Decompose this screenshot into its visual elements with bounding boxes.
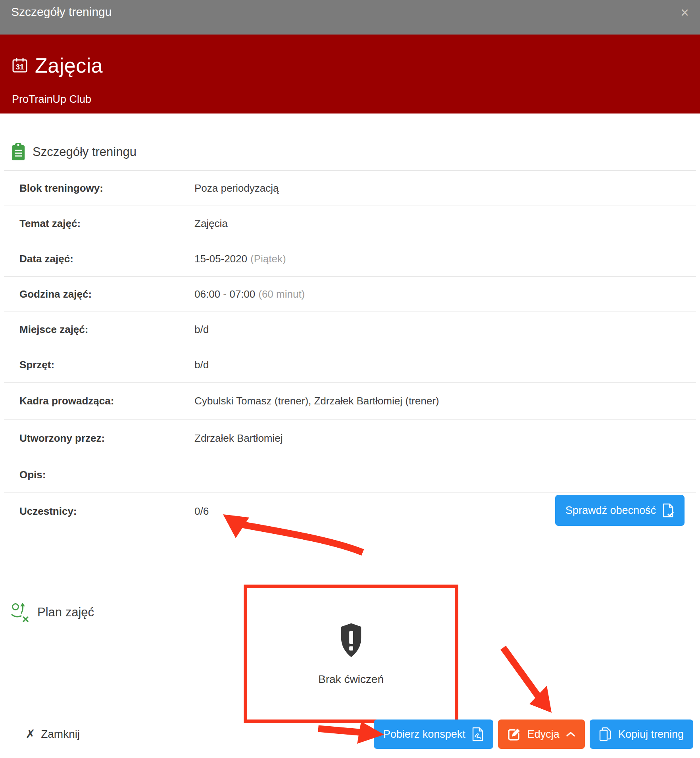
table-row: Miejsce zajęć: b/d bbox=[4, 312, 696, 347]
participants-count: 0/6 bbox=[194, 505, 209, 518]
club-name: ProTrainUp Club bbox=[12, 93, 91, 106]
pdf-file-icon bbox=[472, 727, 484, 741]
close-modal-button[interactable]: ✗ Zamknij bbox=[25, 728, 80, 741]
modal-title: Szczegóły treningu bbox=[11, 5, 112, 19]
table-row: Temat zajęć: Zajęcia bbox=[4, 206, 696, 241]
row-value-muted: (Piątek) bbox=[250, 253, 286, 265]
row-label: Kadra prowadząca: bbox=[19, 395, 194, 407]
row-value: Zajęcia bbox=[194, 217, 228, 230]
row-value: Zdrzałek Bartłomiej bbox=[194, 432, 283, 444]
row-value-muted: (60 minut) bbox=[258, 288, 305, 300]
calendar-day-number: 31 bbox=[15, 63, 24, 71]
row-label: Opis: bbox=[19, 469, 194, 481]
download-outline-button[interactable]: Pobierz konspekt bbox=[374, 720, 493, 749]
details-heading: Szczegóły treningu bbox=[11, 114, 696, 161]
table-row: Sprzęt: b/d bbox=[4, 347, 696, 382]
row-label: Data zajęć: bbox=[19, 253, 194, 265]
close-x-icon: ✗ bbox=[25, 728, 35, 740]
copy-label: Kopiuj trening bbox=[618, 728, 684, 741]
training-banner: 31 Zajęcia ProTrainUp Club bbox=[0, 35, 700, 114]
details-table: Blok treningowy: Poza periodyzacją Temat… bbox=[4, 170, 696, 600]
clipboard-icon bbox=[11, 143, 25, 161]
check-attendance-button[interactable]: Sprawdź obecność bbox=[555, 495, 685, 526]
training-details-modal: Szczegóły treningu × 31 Zajęcia ProTrain… bbox=[0, 0, 700, 623]
row-value: 06:00 - 07:00 bbox=[194, 288, 255, 300]
row-label: Godzina zajęć: bbox=[19, 288, 194, 300]
download-label: Pobierz konspekt bbox=[383, 728, 465, 741]
participants-label: Uczestnicy: bbox=[19, 505, 194, 518]
details-heading-label: Szczegóły treningu bbox=[33, 143, 137, 161]
row-label: Sprzęt: bbox=[19, 359, 194, 371]
tactics-icon bbox=[11, 602, 30, 623]
edit-button[interactable]: Edycja bbox=[498, 720, 585, 749]
table-row: Godzina zajęć: 06:00 - 07:00 (60 minut) bbox=[4, 276, 696, 312]
row-value: b/d bbox=[194, 359, 209, 371]
copy-icon bbox=[599, 727, 612, 741]
training-title: Zajęcia bbox=[35, 54, 103, 77]
table-row: Blok treningowy: Poza periodyzacją bbox=[4, 170, 696, 206]
calendar-icon: 31 bbox=[12, 58, 28, 73]
check-attendance-label: Sprawdź obecność bbox=[565, 504, 656, 517]
row-label: Utworzony przez: bbox=[19, 432, 194, 444]
table-row: Opis: bbox=[4, 457, 696, 492]
row-label: Temat zajęć: bbox=[19, 217, 194, 230]
close-icon[interactable]: × bbox=[681, 6, 689, 20]
table-row: Kadra prowadząca: Cybulski Tomasz (trene… bbox=[4, 382, 696, 419]
shield-exclamation-icon bbox=[339, 622, 363, 659]
modal-body: Szczegóły treningu Blok treningowy: Poza… bbox=[0, 114, 700, 623]
row-value: Cybulski Tomasz (trener), Zdrzałek Bartł… bbox=[194, 395, 439, 407]
edit-label: Edycja bbox=[527, 728, 560, 741]
close-label: Zamknij bbox=[41, 728, 80, 741]
modal-header: Szczegóły treningu × bbox=[0, 0, 700, 35]
chevron-up-icon bbox=[566, 731, 575, 737]
copy-training-button[interactable]: Kopiuj trening bbox=[590, 720, 693, 749]
no-exercises-message: Brak ćwiczeń bbox=[318, 673, 384, 686]
table-row: Utworzony przez: Zdrzałek Bartłomiej bbox=[4, 419, 696, 457]
modal-footer: ✗ Zamknij Pobierz konspekt bbox=[0, 720, 700, 749]
annotation-arrow-edit bbox=[492, 638, 560, 718]
no-exercises-panel-annotation-box: Brak ćwiczeń bbox=[244, 585, 458, 723]
table-row: Data zajęć: 15-05-2020 (Piątek) bbox=[4, 241, 696, 276]
plan-heading-label: Plan zajęć bbox=[37, 604, 94, 621]
row-value: b/d bbox=[194, 323, 209, 336]
row-value: Poza periodyzacją bbox=[194, 182, 279, 194]
edit-pencil-icon bbox=[508, 727, 521, 741]
row-label: Blok treningowy: bbox=[19, 182, 194, 194]
row-value: 15-05-2020 bbox=[194, 253, 247, 265]
document-check-icon bbox=[662, 503, 674, 518]
row-label: Miejsce zajęć: bbox=[19, 323, 194, 336]
